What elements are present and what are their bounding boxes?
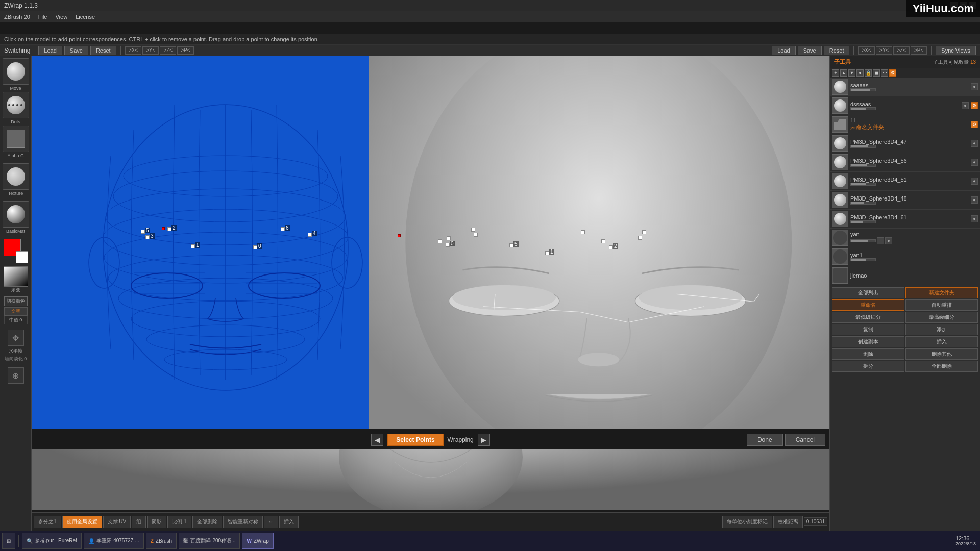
point-r9[interactable] bbox=[638, 236, 642, 240]
gear-icon[interactable]: ⚙ bbox=[889, 69, 896, 77]
point-r7[interactable] bbox=[474, 233, 478, 237]
load-button-left[interactable]: Load bbox=[38, 46, 62, 55]
subtool-slider-yan[interactable] bbox=[850, 239, 876, 242]
move-tool[interactable] bbox=[3, 58, 29, 85]
subtool-slider-pm56[interactable] bbox=[850, 164, 876, 167]
eye-icon[interactable]: ● bbox=[856, 69, 864, 77]
insert-button[interactable]: 插入 bbox=[905, 336, 978, 347]
switch-color-btn[interactable]: 切换颜色 文替 中值 0 bbox=[4, 296, 28, 324]
subtool-slider-pm48[interactable] bbox=[850, 202, 876, 205]
axis-x-right[interactable]: >X< bbox=[858, 46, 874, 55]
shadow-item[interactable]: 阴影 bbox=[147, 516, 166, 528]
arrow-up-icon[interactable]: ▲ bbox=[840, 69, 847, 77]
subtool-slider-pm47[interactable] bbox=[850, 145, 876, 148]
subtool-pm51[interactable]: PM3D_Sphere3D4_51 ● bbox=[830, 172, 980, 191]
save-button-left[interactable]: Save bbox=[64, 46, 88, 55]
tool-icon2[interactable]: ⊕ bbox=[8, 367, 24, 384]
point-6-left[interactable] bbox=[281, 227, 285, 231]
delete-all-button[interactable]: 全部删除 bbox=[905, 361, 978, 372]
create-clone-button[interactable]: 创建副本 bbox=[832, 336, 904, 347]
taskbar-zbrush[interactable]: Z ZBrush bbox=[146, 533, 177, 549]
subdiv-item[interactable]: 参分之1 bbox=[34, 516, 61, 528]
min-subdiv-button[interactable]: 最低级细分 bbox=[832, 312, 904, 323]
subtool-saaaas[interactable]: saaaas ● bbox=[830, 78, 980, 96]
point-5-left[interactable] bbox=[141, 230, 145, 234]
eye-btn-yan2[interactable]: ● bbox=[885, 237, 892, 244]
split-button[interactable]: 拆分 bbox=[832, 361, 904, 372]
eye-btn-pm51[interactable]: ● bbox=[971, 178, 978, 185]
point-r6[interactable] bbox=[471, 228, 475, 232]
subtool-pm61[interactable]: PM3D_Sphere3D4_61 ● bbox=[830, 210, 980, 229]
taskbar-zwrap[interactable]: W ZWrap bbox=[242, 533, 273, 549]
eye-btn-saaaas[interactable]: ● bbox=[971, 83, 978, 90]
point-2-left[interactable] bbox=[167, 227, 172, 231]
measure-item[interactable]: 每单位小刻度标记 bbox=[722, 516, 772, 528]
point-r4[interactable] bbox=[545, 251, 549, 255]
group-item[interactable]: 组 bbox=[132, 516, 146, 528]
gradient-picker[interactable] bbox=[4, 266, 28, 287]
delete-button[interactable]: 删除 bbox=[832, 348, 904, 360]
global-settings-item[interactable]: 使用全局设置 bbox=[62, 516, 102, 528]
new-folder-button[interactable]: 新建文件夹 bbox=[905, 287, 978, 298]
taskbar-user[interactable]: 👤 李重阳-4075727-... bbox=[84, 533, 144, 549]
gear-btn-dsssaas[interactable]: ⚙ bbox=[971, 102, 978, 109]
axis-y-left[interactable]: >Y< bbox=[142, 46, 159, 55]
axis-y-right[interactable]: >Y< bbox=[876, 46, 892, 55]
eye-btn-dsssaas[interactable]: ● bbox=[962, 102, 969, 109]
axis-p-left[interactable]: >P< bbox=[177, 46, 193, 55]
menu-license[interactable]: License bbox=[76, 14, 95, 20]
point-r1[interactable] bbox=[447, 236, 451, 240]
subtool-slider-dsssaas[interactable] bbox=[850, 107, 876, 110]
subtool-slider-yan1[interactable] bbox=[850, 258, 876, 261]
done-button[interactable]: Done bbox=[747, 434, 783, 446]
point-red-left[interactable] bbox=[162, 227, 165, 230]
dots-tool[interactable] bbox=[3, 92, 29, 118]
viewport-right[interactable]: 0 5 1 2 bbox=[369, 56, 829, 429]
subtool-jiemao[interactable]: jiemao bbox=[830, 266, 980, 285]
taskbar-translate[interactable]: 翻 百度翻译-200种语... bbox=[179, 533, 240, 549]
support-uv-item[interactable]: 支撑 UV bbox=[103, 516, 131, 528]
axis-z-left[interactable]: >Z< bbox=[160, 46, 176, 55]
max-subdiv-button[interactable]: 最高级细分 bbox=[905, 312, 978, 323]
lock-icon[interactable]: 🔒 bbox=[865, 69, 872, 77]
add-button[interactable]: 添加 bbox=[905, 324, 978, 335]
all-list-button[interactable]: 全部列出 bbox=[832, 287, 904, 298]
axis-z-right[interactable]: >Z< bbox=[893, 46, 910, 55]
point-r2[interactable] bbox=[438, 239, 442, 243]
copy-button[interactable]: 复制 bbox=[832, 324, 904, 335]
point-1-left[interactable] bbox=[191, 244, 195, 248]
point-r3[interactable] bbox=[509, 243, 513, 247]
more-icon[interactable]: ⋯ bbox=[881, 69, 888, 77]
calibrate-item[interactable]: 校准距离 bbox=[773, 516, 803, 528]
point-3-left[interactable] bbox=[145, 235, 150, 239]
alpha-tool[interactable] bbox=[3, 126, 29, 152]
scale-item[interactable]: 比例 1 bbox=[167, 516, 191, 528]
remove-others-button[interactable]: 删除其他 bbox=[905, 348, 978, 360]
point-4-left[interactable] bbox=[308, 233, 312, 237]
smart-symmetry-item[interactable]: 智能重新对称 bbox=[223, 516, 263, 528]
subtool-pm47[interactable]: PM3D_Sphere3D4_47 ● bbox=[830, 134, 980, 153]
axis-p-right[interactable]: >P< bbox=[911, 46, 927, 55]
point-r8[interactable] bbox=[642, 230, 646, 234]
color-fill-icon[interactable]: ◼ bbox=[873, 69, 880, 77]
eye-btn-pm61[interactable]: ● bbox=[971, 215, 978, 222]
reset-button-left[interactable]: Reset bbox=[90, 46, 116, 55]
taskbar-pureref[interactable]: 🔍 参考.pur - PureRef bbox=[22, 533, 82, 549]
save-button-right[interactable]: Save bbox=[798, 46, 822, 55]
point-r0[interactable] bbox=[446, 243, 450, 247]
point-r5[interactable] bbox=[609, 245, 613, 249]
add-icon[interactable]: + bbox=[832, 69, 839, 77]
sync-views-button[interactable]: Sync Views bbox=[936, 46, 976, 55]
axis-x-left[interactable]: >X< bbox=[125, 46, 141, 55]
cancel-button[interactable]: Cancel bbox=[785, 434, 825, 446]
delete-all-status[interactable]: 全部删除 bbox=[192, 516, 222, 528]
point-r11[interactable] bbox=[601, 239, 605, 243]
subtool-folder[interactable]: 11 未命名文件夹 ⚙ bbox=[830, 115, 980, 134]
eye-btn-pm56[interactable]: ● bbox=[971, 159, 978, 166]
arrow-item[interactable]: ↔ bbox=[264, 516, 278, 528]
eye-btn-pm47[interactable]: ● bbox=[971, 140, 978, 147]
eye-dots-yan[interactable]: ··· bbox=[877, 237, 884, 244]
insert-status[interactable]: 插入 bbox=[279, 516, 299, 528]
rename-button[interactable]: 重命名 bbox=[832, 299, 904, 311]
basicmat-tool[interactable] bbox=[3, 201, 29, 228]
